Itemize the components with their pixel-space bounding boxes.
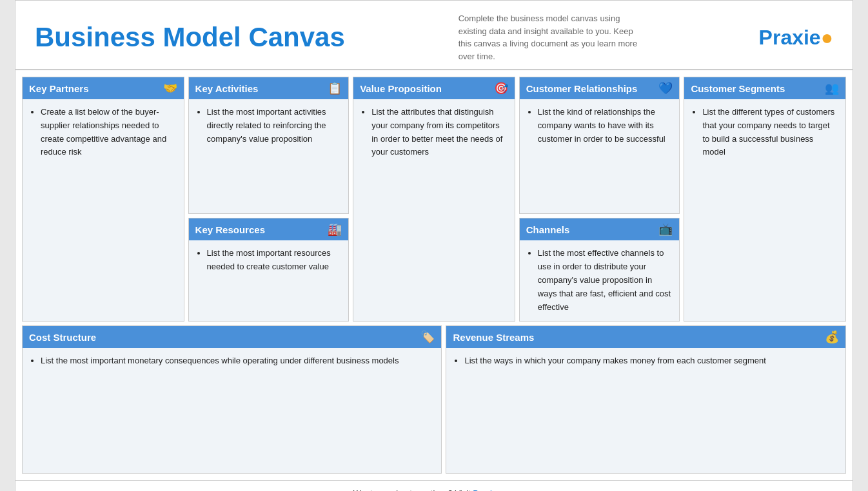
key-partners-item: Create a list below of the buyer-supplie… [41,106,176,159]
main-grid: Key Partners 🤝 Create a list below of th… [15,70,853,480]
channels-body: List the most effective channels to use … [520,240,680,322]
customer-segments-body: List the different types of customers th… [684,99,845,321]
value-proposition-item: List the attributes that distinguish you… [371,106,507,159]
header-description: Complete the business model canvas using… [459,12,646,63]
key-partners-header: Key Partners 🤝 [23,77,184,99]
key-resources-cell: Key Resources 🏭 List the most important … [188,218,350,322]
footer-text: Want more best practices? Visit [353,488,473,491]
customer-relationships-title: Customer Relationships [526,83,638,94]
key-activities-title: Key Activities [195,83,259,94]
cost-structure-cell: Cost Structure 🏷️ List the most importan… [22,325,442,474]
key-activities-body: List the most important activities direc… [189,99,349,213]
value-proposition-body: List the attributes that distinguish you… [353,99,515,321]
page-title: Business Model Canvas [35,22,345,53]
cost-structure-header: Cost Structure 🏷️ [23,326,441,348]
key-activities-item: List the most important activities direc… [207,106,341,146]
customer-relationships-icon: 💙 [658,81,673,95]
key-resources-item: List the most important resources needed… [207,247,341,274]
value-proposition-icon: 🎯 [494,81,508,95]
channels-item: List the most effective channels to use … [538,247,672,314]
canvas-wrapper: Business Model Canvas Complete the busin… [15,0,853,491]
key-activities-col: Key Activities 📋 List the most important… [188,77,350,322]
customer-rel-col: Customer Relationships 💙 List the kind o… [519,77,680,322]
key-resources-icon: 🏭 [328,222,342,236]
key-partners-cell: Key Partners 🤝 Create a list below of th… [22,77,184,322]
customer-segments-item: List the different types of customers th… [702,106,838,159]
key-resources-title: Key Resources [195,224,265,235]
channels-icon: 📺 [658,222,673,236]
footer: Want more best practices? Visit Praxie.c… [15,480,853,491]
key-activities-cell: Key Activities 📋 List the most important… [188,77,350,214]
channels-cell: Channels 📺 List the most effective chann… [519,218,680,322]
value-proposition-cell: Value Proposition 🎯 List the attributes … [353,77,515,322]
key-resources-body: List the most important resources needed… [189,240,349,321]
cost-structure-body: List the most important monetary consequ… [23,348,441,473]
revenue-streams-body: List the ways in which your company make… [446,348,845,473]
logo: Praxie● [759,26,833,50]
key-partners-body: Create a list below of the buyer-supplie… [23,99,184,321]
cost-structure-icon: 🏷️ [420,330,435,344]
key-partners-icon: 🤝 [163,81,177,95]
revenue-streams-cell: Revenue Streams 💰 List the ways in which… [446,325,846,474]
customer-relationships-item: List the kind of relationships the compa… [538,106,672,146]
key-activities-icon: 📋 [328,81,342,95]
customer-relationships-cell: Customer Relationships 💙 List the kind o… [519,77,680,214]
customer-segments-icon: 👥 [825,81,839,95]
value-proposition-header: Value Proposition 🎯 [353,77,515,99]
value-proposition-title: Value Proposition [360,83,442,94]
channels-header: Channels 📺 [520,218,680,240]
revenue-streams-title: Revenue Streams [453,332,534,343]
customer-segments-header: Customer Segments 👥 [684,77,845,99]
top-section: Key Partners 🤝 Create a list below of th… [22,77,846,322]
customer-segments-cell: Customer Segments 👥 List the different t… [684,77,846,322]
customer-relationships-header: Customer Relationships 💙 [520,77,680,99]
cost-structure-item: List the most important monetary consequ… [41,354,433,368]
bottom-section: Cost Structure 🏷️ List the most importan… [22,325,846,474]
customer-segments-title: Customer Segments [691,83,785,94]
revenue-streams-header: Revenue Streams 💰 [446,326,845,348]
logo-dot: ● [821,26,833,49]
customer-relationships-body: List the kind of relationships the compa… [520,99,680,213]
logo-text: Praxie [759,26,821,49]
cost-structure-title: Cost Structure [29,332,96,343]
revenue-streams-icon: 💰 [825,330,839,344]
key-resources-header: Key Resources 🏭 [189,218,349,240]
footer-link[interactable]: Praxie.com [473,488,515,491]
key-activities-header: Key Activities 📋 [189,77,349,99]
channels-title: Channels [526,224,570,235]
revenue-streams-item: List the ways in which your company make… [464,354,838,368]
key-partners-title: Key Partners [29,83,89,94]
header: Business Model Canvas Complete the busin… [15,1,853,70]
